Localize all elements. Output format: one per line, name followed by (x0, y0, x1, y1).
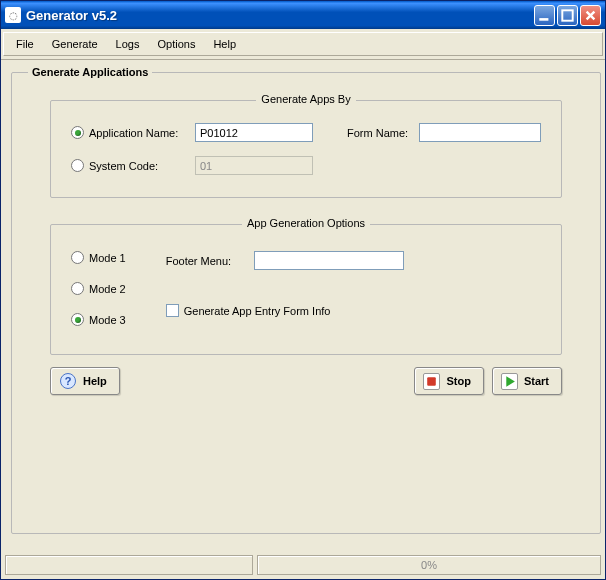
content: Generate Applications Generate Apps By A… (1, 60, 605, 552)
svg-text:?: ? (65, 375, 72, 387)
row-mode-1: Mode 1 (71, 251, 126, 264)
progress-text: 0% (421, 559, 437, 571)
window: ◌ Generator v5.2 File Generate Logs Opti… (0, 0, 606, 580)
stop-icon (423, 373, 440, 390)
label-application-name[interactable]: Application Name: (89, 127, 195, 139)
menu-logs[interactable]: Logs (108, 36, 148, 52)
input-application-name[interactable] (195, 123, 313, 142)
menubar-inner: File Generate Logs Options Help (3, 32, 603, 56)
play-icon (501, 373, 518, 390)
label-system-code[interactable]: System Code: (89, 160, 195, 172)
titlebar: ◌ Generator v5.2 (1, 1, 605, 29)
group-app-generation-options: App Generation Options Mode 1 Mode 2 (50, 224, 562, 355)
radio-mode-3[interactable] (71, 313, 84, 326)
menubar: File Generate Logs Options Help (1, 29, 605, 60)
window-title: Generator v5.2 (26, 8, 534, 23)
label-form-name: Form Name: (347, 127, 419, 139)
window-controls (534, 5, 601, 26)
menu-help[interactable]: Help (205, 36, 244, 52)
row-mode-2: Mode 2 (71, 282, 126, 295)
radio-application-name[interactable] (71, 126, 84, 139)
checkbox-generate-entry[interactable] (166, 304, 179, 317)
group-generate-apps-by: Generate Apps By Application Name: Form … (50, 100, 562, 198)
help-button-label: Help (83, 375, 107, 387)
group-app-generation-options-legend: App Generation Options (51, 217, 561, 229)
app-icon: ◌ (5, 7, 21, 23)
start-button[interactable]: Start (492, 367, 562, 395)
minimize-button[interactable] (534, 5, 555, 26)
label-mode-2[interactable]: Mode 2 (89, 283, 126, 295)
statusbar: 0% (1, 552, 605, 579)
start-button-label: Start (524, 375, 549, 387)
modes-container: Mode 1 Mode 2 Mode 3 Footer (71, 247, 541, 326)
label-footer-menu: Footer Menu: (166, 255, 254, 267)
row-system-code: System Code: (71, 156, 541, 175)
maximize-button[interactable] (557, 5, 578, 26)
row-footer-menu: Footer Menu: (166, 251, 541, 270)
help-button[interactable]: ? Help (50, 367, 120, 395)
row-application-name: Application Name: Form Name: (71, 123, 541, 142)
menu-generate[interactable]: Generate (44, 36, 106, 52)
svg-rect-0 (539, 18, 548, 21)
menu-file[interactable]: File (8, 36, 42, 52)
row-mode-3: Mode 3 (71, 313, 126, 326)
row-generate-entry: Generate App Entry Form Info (166, 304, 541, 317)
modes-left: Mode 1 Mode 2 Mode 3 (71, 247, 126, 326)
label-mode-1[interactable]: Mode 1 (89, 252, 126, 264)
menu-options[interactable]: Options (149, 36, 203, 52)
button-bar: ? Help Stop Start (28, 365, 584, 401)
input-form-name[interactable] (419, 123, 541, 142)
progress-bar: 0% (257, 555, 601, 575)
radio-system-code[interactable] (71, 159, 84, 172)
close-button[interactable] (580, 5, 601, 26)
group-generate-applications: Generate Applications Generate Apps By A… (11, 66, 601, 534)
label-mode-3[interactable]: Mode 3 (89, 314, 126, 326)
svg-rect-4 (428, 377, 437, 386)
input-system-code (195, 156, 313, 175)
group-generate-apps-by-legend: Generate Apps By (51, 93, 561, 105)
svg-rect-1 (562, 10, 572, 20)
modes-right: Footer Menu: Generate App Entry Form Inf… (166, 247, 541, 326)
group-generate-applications-legend: Generate Applications (28, 66, 152, 78)
label-generate-entry[interactable]: Generate App Entry Form Info (184, 305, 331, 317)
radio-mode-2[interactable] (71, 282, 84, 295)
status-left (5, 555, 253, 575)
stop-button-label: Stop (446, 375, 470, 387)
svg-marker-5 (506, 376, 515, 387)
help-icon: ? (59, 372, 77, 390)
input-footer-menu[interactable] (254, 251, 404, 270)
stop-button[interactable]: Stop (414, 367, 483, 395)
radio-mode-1[interactable] (71, 251, 84, 264)
